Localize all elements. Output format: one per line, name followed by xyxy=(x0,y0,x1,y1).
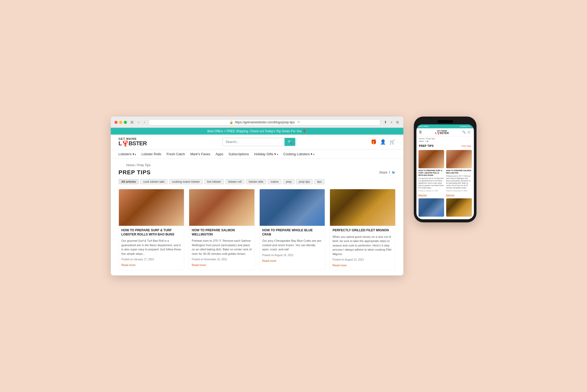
articles-grid: HOW TO PREPARE SURF & TURF LOBSTER ROLLS… xyxy=(119,189,396,270)
article-excerpt-4: When you spend good money on a nice cut … xyxy=(333,235,393,256)
nav-link-lobster-rolls[interactable]: Lobster Rolls xyxy=(142,152,161,156)
tag-prep[interactable]: prep xyxy=(283,179,294,184)
share-icon[interactable]: ⬆ xyxy=(383,120,388,125)
nav-link-subscriptions[interactable]: Subscriptions xyxy=(229,152,249,156)
share-row: Share f 🐦 xyxy=(379,171,395,174)
phone-banner-left: Best Offers xyxy=(419,125,429,128)
read-more-1[interactable]: Read more xyxy=(121,263,136,267)
phone-breadcrumb: Home / Prep Tips xyxy=(416,136,474,140)
account-icon[interactable]: 👤 xyxy=(380,139,386,145)
tag-prep-tips[interactable]: prep tips xyxy=(296,179,313,184)
article-body-2: HOW TO PREPARE SALMON WELLINGTON Preheat… xyxy=(189,226,254,270)
tag-lobster-tails[interactable]: lobster tails xyxy=(246,179,266,184)
breadcrumb: Home / Prep Tips xyxy=(119,161,396,169)
article-card-3: HOW TO PREPARE WHOLE BLUE CRAB Our juicy… xyxy=(259,189,325,270)
read-more-4[interactable]: Read more xyxy=(333,264,347,267)
new-tab-button[interactable]: + xyxy=(390,120,394,125)
address-bar[interactable]: 🔒 https://getmainelobster.com/blogs/prep… xyxy=(149,119,380,125)
banner-text: Best Offers + FREE Shipping. Check out T… xyxy=(207,129,306,133)
article-body-1: HOW TO PREPARE SURF & TURF LOBSTER ROLLS… xyxy=(119,226,184,270)
phone-show-tags[interactable]: Show tags xyxy=(461,145,471,147)
facebook-icon[interactable]: f xyxy=(389,171,390,174)
breadcrumb-text: Home / Prep Tips xyxy=(126,163,151,167)
phone-facebook-icon[interactable]: f xyxy=(425,140,425,142)
nav-link-fresh-catch[interactable]: Fresh Catch xyxy=(166,152,185,156)
nav-item-lobsters[interactable]: Lobsters ▾ xyxy=(119,152,136,156)
back-button[interactable]: ‹ xyxy=(137,120,140,125)
site-banner[interactable]: Best Offers + FREE Shipping. Check out T… xyxy=(111,128,403,135)
scene: ⊞ ‹ › 🔒 https://getmainelobster.com/blog… xyxy=(111,117,476,275)
nav-item-marks-faves[interactable]: Mark's Faves xyxy=(190,152,210,156)
article-excerpt-2: Preheat oven to 375° F. Remove each Salm… xyxy=(192,239,252,256)
nav-link-cooking-lobsters[interactable]: Cooking Lobsters ▾ xyxy=(283,152,315,156)
site-header: GET MAINE L🦞BSTER 🔍 🎁 👤 🛒 xyxy=(111,135,403,149)
main-content: Home / Prep Tips Prep Tips Share f 🐦 All… xyxy=(111,159,403,275)
search-bar[interactable]: 🔍 xyxy=(222,138,295,146)
cart-icon[interactable]: 🛒 xyxy=(390,139,395,145)
article-title-3: HOW TO PREPARE WHOLE BLUE CRAB xyxy=(262,228,322,237)
article-date-2: Posted on November 15, 2021 xyxy=(192,258,252,261)
nav-link-apps[interactable]: Apps xyxy=(216,152,223,156)
phone-search-icon[interactable]: 🔍 xyxy=(462,130,466,134)
tag-cook-lobster-tails[interactable]: cook lobster tails xyxy=(140,179,167,184)
browser-actions: ⬆ + ⧉ xyxy=(383,120,400,125)
article-body-3: HOW TO PREPARE WHOLE BLUE CRAB Our juicy… xyxy=(260,226,325,266)
tag-lobster-roll[interactable]: lobster roll xyxy=(225,179,245,184)
page-title: Prep Tips xyxy=(119,169,151,176)
traffic-lights xyxy=(114,121,127,124)
phone-read-more-1[interactable]: Read more xyxy=(419,194,427,196)
browser-chrome: ⊞ ‹ › 🔒 https://getmainelobster.com/blog… xyxy=(111,117,403,128)
site-logo[interactable]: GET MAINE L🦞BSTER xyxy=(119,137,147,147)
phone-article-excerpt-1: Our gourmet Surf & Turf Bao Roll is a gu… xyxy=(419,177,444,189)
forward-button[interactable]: › xyxy=(143,120,146,125)
tabs-icon[interactable]: ⧉ xyxy=(395,120,400,125)
phone-article-title-2: HOW TO PREPARE SALMON WELLINGTON xyxy=(446,169,472,174)
minimize-button[interactable] xyxy=(119,121,122,124)
nav-item-fresh-catch[interactable]: Fresh Catch xyxy=(166,152,185,156)
phone-article-image-1 xyxy=(419,150,444,168)
phone-article-image-3 xyxy=(419,198,444,217)
phone-banner: Best Offers p Deals Fo... xyxy=(416,124,474,128)
gift-icon[interactable]: 🎁 xyxy=(371,139,376,145)
nav-item-subscriptions[interactable]: Subscriptions xyxy=(229,152,249,156)
tag-all-articles[interactable]: All articles xyxy=(119,179,139,184)
maximize-button[interactable] xyxy=(124,121,127,124)
phone-hamburger-icon[interactable]: ☰ xyxy=(419,130,422,134)
tag-tips[interactable]: tips xyxy=(314,179,324,184)
article-image-3 xyxy=(260,189,325,226)
phone-twitter-icon[interactable]: 🐦 xyxy=(426,140,429,142)
article-date-3: Posted on August 16, 2021 xyxy=(262,254,322,257)
sidebar-toggle[interactable]: ⊞ xyxy=(130,120,135,125)
nav-link-marks-faves[interactable]: Mark's Faves xyxy=(190,152,210,156)
phone-article-card-3 xyxy=(419,198,444,218)
search-input[interactable] xyxy=(223,138,284,146)
phone-cart-icon[interactable]: 🛒 xyxy=(467,130,471,134)
nav-item-cooking-lobsters[interactable]: Cooking Lobsters ▾ xyxy=(283,152,315,156)
twitter-icon[interactable]: 🐦 xyxy=(392,171,396,174)
search-button[interactable]: 🔍 xyxy=(284,138,295,146)
article-title-1: HOW TO PREPARE SURF & TURF LOBSTER ROLLS… xyxy=(121,228,182,237)
nav-item-apps[interactable]: Apps xyxy=(216,152,223,156)
read-more-3[interactable]: Read more xyxy=(262,259,276,262)
phone-read-more-2[interactable]: Read more xyxy=(446,194,455,196)
tag-live-lobster[interactable]: live lobster xyxy=(204,179,224,184)
phone-article-card-4 xyxy=(446,198,472,218)
article-card-1: HOW TO PREPARE SURF & TURF LOBSTER ROLLS… xyxy=(119,189,184,270)
mobile-mockup: Best Offers p Deals Fo... ☰ GET MAINE L🦞… xyxy=(414,117,476,222)
read-more-2[interactable]: Read more xyxy=(192,263,206,267)
article-date-4: Posted on August 12, 2021 xyxy=(333,258,393,261)
nav-link-holiday-gifts[interactable]: Holiday Gifts ▾ xyxy=(254,152,278,156)
tag-cooking-maine-lobster[interactable]: cooking maine lobster xyxy=(169,179,203,184)
phone-outer: Best Offers p Deals Fo... ☰ GET MAINE L🦞… xyxy=(414,117,476,222)
phone-screen: Best Offers p Deals Fo... ☰ GET MAINE L🦞… xyxy=(416,124,474,219)
nav-item-holiday-gifts[interactable]: Holiday Gifts ▾ xyxy=(254,152,278,156)
nav-link-lobsters[interactable]: Lobsters ▾ xyxy=(119,152,136,156)
tag-maine[interactable]: maine xyxy=(268,179,281,184)
phone-page-title: PREP TIPS xyxy=(419,145,434,147)
phone-share-row: Share f 🐦 xyxy=(416,140,474,143)
phone-banner-right: p Deals Fo... xyxy=(460,125,472,128)
phone-header-icons: 🔍 🛒 xyxy=(462,130,471,134)
phone-articles-grid: HOW TO PREPARE SURF & TURF LOBSTER ROLLS… xyxy=(416,148,474,198)
close-button[interactable] xyxy=(114,121,118,124)
nav-item-lobster-rolls[interactable]: Lobster Rolls xyxy=(142,152,161,156)
